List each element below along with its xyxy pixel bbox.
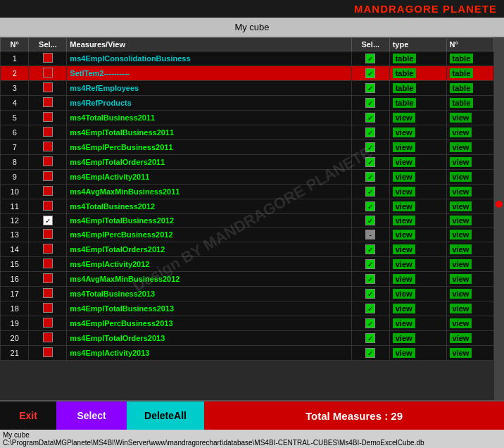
table-row: 15ms4EmplActivity2012✓viewview xyxy=(1,257,494,272)
row-number: 20 xyxy=(1,331,29,346)
row-sel1[interactable] xyxy=(29,228,67,242)
row-number: 13 xyxy=(1,228,29,242)
app: MANDRAGORE PLANETE My cube Design BY MAN… xyxy=(0,0,504,448)
row-type: view xyxy=(389,316,446,331)
app-header: MANDRAGORE PLANETE xyxy=(0,0,504,18)
row-number: 10 xyxy=(1,185,29,199)
row-sel2[interactable]: ✓ xyxy=(351,125,389,140)
row-type: view xyxy=(389,301,446,316)
row-sel2[interactable]: ✓ xyxy=(351,199,389,214)
table-row: 7ms4EmplPercBusiness2011✓viewview xyxy=(1,140,494,155)
row-sel2[interactable]: ✓ xyxy=(351,331,389,346)
row-sel2[interactable]: ✓ xyxy=(351,170,389,185)
table-row: 8ms4EmplTotalOrders2011✓viewview xyxy=(1,155,494,170)
table-row: 2SetITem2----------✓tabletable xyxy=(1,66,494,81)
col-header-type: type xyxy=(389,38,446,51)
brand-title: MANDRAGORE PLANETE xyxy=(354,3,497,15)
row-sel2[interactable]: ✓ xyxy=(351,185,389,199)
row-type: view xyxy=(389,346,446,361)
row-sel1[interactable] xyxy=(29,316,67,331)
table-row: 20ms4EmplTotalOrders2013✓viewview xyxy=(1,331,494,346)
row-type: view xyxy=(389,185,446,199)
row-sel2[interactable]: ✓ xyxy=(351,272,389,287)
exit-button[interactable]: Exit xyxy=(0,402,56,430)
row-measure-name: ms4EmplPercBusiness2013 xyxy=(67,316,351,331)
row-measure-name: ms4EmplConsolidationBusiness xyxy=(67,51,351,66)
row-sel2[interactable]: ✓ xyxy=(351,301,389,316)
row-type: view xyxy=(389,331,446,346)
row-sel1[interactable]: ✓ xyxy=(29,214,67,228)
row-sel1[interactable] xyxy=(29,257,67,272)
row-sel2[interactable]: ✓ xyxy=(351,242,389,257)
row-sel1[interactable] xyxy=(29,272,67,287)
total-measures-display: Total Measures : 29 xyxy=(204,402,504,430)
row-sel1[interactable] xyxy=(29,331,67,346)
row-type: view xyxy=(389,214,446,228)
row-sel1[interactable] xyxy=(29,185,67,199)
row-number: 9 xyxy=(1,170,29,185)
row-sel1[interactable] xyxy=(29,170,67,185)
row-sel1[interactable] xyxy=(29,66,67,81)
row-number: 3 xyxy=(1,81,29,96)
row-measure-name: ms4RefProducts xyxy=(67,96,351,111)
row-type: view xyxy=(389,228,446,242)
row-sel2[interactable]: ✓ xyxy=(351,51,389,66)
table-row: 6ms4EmplTotalBusiness2011✓viewview xyxy=(1,125,494,140)
row-measure-name: ms4EmplTotalBusiness2011 xyxy=(67,125,351,140)
row-n2: view xyxy=(446,331,493,346)
row-sel2[interactable]: ✓ xyxy=(351,257,389,272)
row-n2: view xyxy=(446,170,493,185)
footer-buttons: Exit Select DeleteAll Total Measures : 2… xyxy=(0,400,504,430)
select-button[interactable]: Select xyxy=(56,402,127,430)
row-number: 5 xyxy=(1,111,29,125)
row-number: 18 xyxy=(1,301,29,316)
row-measure-name: ms4EmplActivity2013 xyxy=(67,346,351,361)
row-sel2[interactable]: ✓ xyxy=(351,346,389,361)
row-type: view xyxy=(389,111,446,125)
row-sel1[interactable] xyxy=(29,199,67,214)
row-sel1[interactable] xyxy=(29,51,67,66)
table-row: 17ms4TotalBusiness2013✓viewview xyxy=(1,287,494,301)
cube-title: My cube xyxy=(234,22,269,32)
scrollbar[interactable] xyxy=(494,37,504,400)
table-row: 16ms4AvgMaxMinBusiness2012✓viewview xyxy=(1,272,494,287)
row-sel1[interactable] xyxy=(29,81,67,96)
row-sel2[interactable]: ✓ xyxy=(351,111,389,125)
table-row: 19ms4EmplPercBusiness2013✓viewview xyxy=(1,316,494,331)
row-sel2[interactable]: ✓ xyxy=(351,214,389,228)
row-n2: view xyxy=(446,228,493,242)
row-number: 15 xyxy=(1,257,29,272)
row-type: view xyxy=(389,155,446,170)
row-sel2[interactable]: ✓ xyxy=(351,287,389,301)
row-sel2[interactable]: ✓ xyxy=(351,316,389,331)
row-number: 14 xyxy=(1,242,29,257)
row-type: table xyxy=(389,66,446,81)
row-sel1[interactable] xyxy=(29,242,67,257)
row-sel2[interactable]: ✓ xyxy=(351,96,389,111)
row-sel2[interactable]: ✓ xyxy=(351,81,389,96)
delete-button[interactable]: DeleteAll xyxy=(127,402,204,430)
measures-table: N° Sel... Measures/View Sel... type N° 1… xyxy=(0,37,494,361)
row-sel1[interactable] xyxy=(29,287,67,301)
row-sel1[interactable] xyxy=(29,346,67,361)
row-n2: view xyxy=(446,346,493,361)
row-sel2[interactable]: ✓ xyxy=(351,66,389,81)
row-sel1[interactable] xyxy=(29,155,67,170)
row-measure-name: ms4TotalBusiness2011 xyxy=(67,111,351,125)
row-sel1[interactable] xyxy=(29,301,67,316)
row-sel2[interactable]: ✓ xyxy=(351,155,389,170)
status-line1: My cube xyxy=(3,431,501,439)
row-n2: table xyxy=(446,96,493,111)
row-type: view xyxy=(389,170,446,185)
row-measure-name: ms4EmplTotalBusiness2013 xyxy=(67,301,351,316)
row-sel1[interactable] xyxy=(29,96,67,111)
row-sel1[interactable] xyxy=(29,125,67,140)
row-n2: view xyxy=(446,111,493,125)
row-sel2[interactable]: - xyxy=(351,228,389,242)
row-sel1[interactable] xyxy=(29,140,67,155)
row-sel2[interactable]: ✓ xyxy=(351,140,389,155)
row-measure-name: ms4EmplPercBusiness2012 xyxy=(67,228,351,242)
table-row: 3ms4RefEmployees✓tabletable xyxy=(1,81,494,96)
row-type: view xyxy=(389,125,446,140)
row-sel1[interactable] xyxy=(29,111,67,125)
